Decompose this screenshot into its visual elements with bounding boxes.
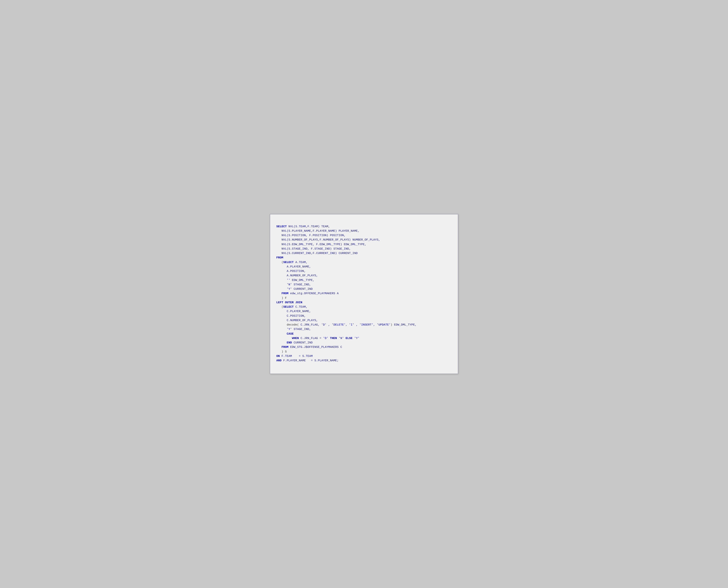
line-9: (SELECT A.TEAM,	[276, 261, 308, 264]
line-13: '' EDW_DML_TYPE,	[276, 279, 314, 282]
line-30: ON F.TEAM = S.TEAM	[276, 355, 313, 358]
line-28: FROM EDW_STG.J$OFFENSE_PLAYMAKERS C	[276, 345, 342, 349]
line-1: SELECT NVL(S.TEAM,F.TEAM) TEAM,	[276, 225, 330, 228]
line-11: A.POSITION,	[276, 270, 306, 273]
line-16: FROM edw_stg.OFFENSE_PLAYMAKERS A	[276, 292, 339, 295]
line-18: LEFT OUTER JOIN	[276, 301, 302, 304]
line-3: NVL(S.POSITION, F.POSITION) POSITION,	[276, 234, 346, 237]
line-31: AND F.PLAYER_NAME = S.PLAYER_NAME;	[276, 359, 339, 362]
line-22: C.NUMBER_OF_PLAYS,	[276, 319, 318, 322]
line-12: A.NUMBER_OF_PLAYS,	[276, 274, 318, 277]
line-17: ) F	[276, 296, 287, 300]
line-21: C.POSITION,	[276, 314, 306, 318]
line-5: NVL(S.EDW_DML_TYPE, F.EDW_DML_TYPE) EDW_…	[276, 243, 366, 246]
line-2: NVL(S.PLAYER_NAME,F.PLAYER_NAME) PLAYER_…	[276, 229, 359, 233]
line-14: 'N' STAGE_IND,	[276, 283, 311, 286]
line-4: NVL(S.NUMBER_OF_PLAYS,F.NUMBER_OF_PLAYS)…	[276, 238, 380, 241]
line-23: decode( C.JRN_FLAG, 'D' , 'DELETE', 'I' …	[276, 323, 416, 327]
line-24: 'Y' STAGE_IND,	[276, 328, 311, 331]
sql-code-block: SELECT NVL(S.TEAM,F.TEAM) TEAM, NVL(S.PL…	[276, 220, 452, 367]
line-20: C.PLAYER_NAME,	[276, 310, 311, 313]
line-15: 'Y' CURRENT_IND	[276, 288, 313, 291]
line-6: NVL(S.STAGE_IND, F.STAGE_IND) STAGE_IND,	[276, 247, 351, 251]
line-27: END CURRENT_IND	[276, 341, 313, 344]
line-19: (SELECT C.TEAM,	[276, 305, 308, 309]
line-7: NVL(S.CURRENT_IND,F.CURRENT_IND) CURRENT…	[276, 252, 358, 255]
line-10: A.PLAYER_NAME,	[276, 265, 311, 268]
line-29: ) S	[276, 350, 287, 353]
sql-code-container: SELECT NVL(S.TEAM,F.TEAM) TEAM, NVL(S.PL…	[270, 214, 458, 374]
line-25: CASE	[276, 332, 294, 336]
line-26: WHEN C.JRN_FLAG = 'D' THEN 'N' ELSE 'Y'	[276, 337, 359, 340]
line-8: FROM	[276, 256, 283, 259]
